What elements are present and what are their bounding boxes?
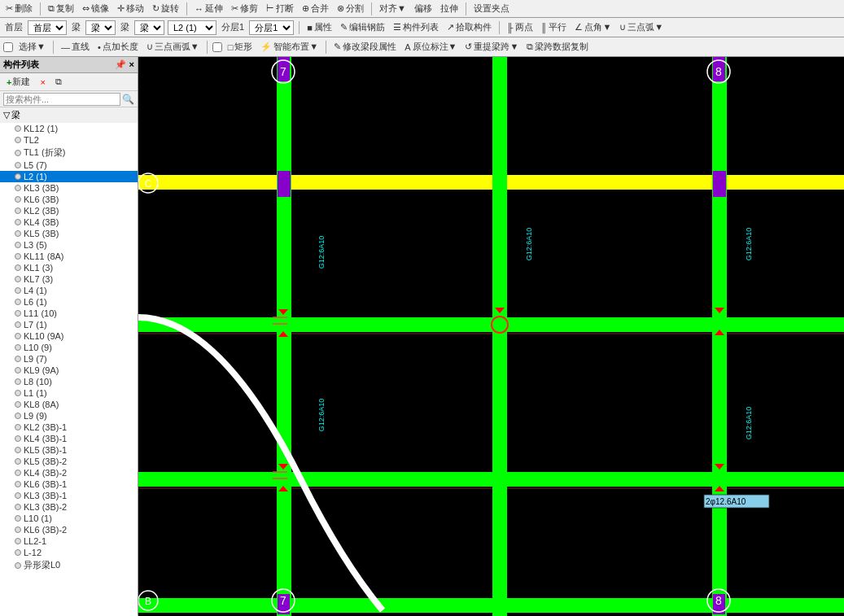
tree-item[interactable]: L3 (5) bbox=[0, 239, 138, 251]
copy-btn[interactable]: ⧉ 复制 bbox=[46, 2, 77, 15]
tree-item[interactable]: KL4 (3B)-2 bbox=[0, 467, 138, 478]
tree-root-beam[interactable]: ▽ 梁 bbox=[0, 107, 138, 123]
main-canvas: 7 8 7 8 C B G12:6A10 G12:6A10 G12:6A10 G… bbox=[138, 57, 844, 616]
sidebar-title: 构件列表 📌 × bbox=[0, 57, 138, 73]
tree-item[interactable]: LL2-1 bbox=[0, 535, 138, 547]
tree-item[interactable]: TL1 (折梁) bbox=[0, 146, 138, 159]
smart-place-btn[interactable]: ⚡ 智能布置▼ bbox=[258, 40, 321, 54]
copy-button[interactable]: ⧉ bbox=[52, 76, 65, 88]
break-btn[interactable]: ⊢ 打断 bbox=[264, 2, 296, 15]
tree-item[interactable]: KL6 (3B) bbox=[0, 194, 138, 205]
tree-item[interactable]: KL4 (3B)-1 bbox=[0, 433, 138, 444]
point-length-btn[interactable]: • 点加长度 bbox=[95, 40, 141, 54]
tree-item[interactable]: KL3 (3B) bbox=[0, 182, 138, 194]
offset-btn[interactable]: 偏移 bbox=[412, 2, 435, 15]
parallel-btn[interactable]: ║ 平行 bbox=[539, 20, 570, 34]
search-icon[interactable]: 🔍 bbox=[122, 94, 134, 105]
rotate-btn[interactable]: ↻ 旋转 bbox=[150, 2, 181, 15]
modify-span-btn[interactable]: ✎ 修改梁段属性 bbox=[331, 40, 399, 54]
tree-item[interactable]: KL7 (3) bbox=[0, 273, 138, 285]
select-checkbox[interactable] bbox=[3, 42, 13, 52]
tree-item[interactable]: KL3 (3B)-1 bbox=[0, 490, 138, 501]
tree-item[interactable]: L6 (1) bbox=[0, 296, 138, 308]
delete-button[interactable]: × bbox=[37, 76, 48, 88]
split-btn[interactable]: ⊗ 分割 bbox=[335, 2, 366, 15]
main-layout: 构件列表 📌 × + 新建 × ⧉ 🔍 ▽ 梁 bbox=[0, 57, 844, 616]
tree-item[interactable]: KL11 (8A) bbox=[0, 251, 138, 262]
tree-item[interactable]: KL1 (3) bbox=[0, 262, 138, 273]
tree-item[interactable]: KL4 (3B) bbox=[0, 216, 138, 228]
tree-item[interactable]: KL10 (9A) bbox=[0, 330, 138, 342]
tree-item[interactable]: KL2 (3B)-1 bbox=[0, 422, 138, 433]
tree-item[interactable]: KL12 (1) bbox=[0, 123, 138, 134]
delete-btn[interactable]: ✂ 删除 bbox=[3, 2, 35, 15]
point-angle-btn[interactable]: ∠ 点角▼ bbox=[572, 20, 614, 34]
tree-item[interactable]: KL6 (3B)-1 bbox=[0, 478, 138, 490]
re-span-btn[interactable]: ↺ 重提梁跨▼ bbox=[462, 40, 521, 54]
trim-btn[interactable]: ✂ 修剪 bbox=[229, 2, 260, 15]
span-copy-btn[interactable]: ⧉ 梁跨数据复制 bbox=[524, 40, 591, 54]
pin-icon[interactable]: 📌 bbox=[115, 59, 126, 70]
tree-item[interactable]: L7 (1) bbox=[0, 319, 138, 330]
component-list-btn[interactable]: ☰ 构件列表 bbox=[391, 20, 441, 34]
three-point-arc2-btn[interactable]: ∪ 三点弧▼ bbox=[617, 20, 666, 34]
tree-item[interactable]: KL5 (3B) bbox=[0, 228, 138, 239]
tree-item[interactable]: L1 (1) bbox=[0, 387, 138, 399]
tree-item[interactable]: L2 (1) bbox=[0, 171, 138, 182]
top-toolbar: ✂ 删除 ⧉ 复制 ⇔ 镜像 ✛ 移动 ↻ 旋转 ↔ 延伸 ✂ 修剪 ⊢ 打断 … bbox=[0, 0, 844, 18]
sep9 bbox=[326, 41, 326, 54]
type-label1: 梁 bbox=[70, 21, 82, 33]
search-input[interactable] bbox=[3, 93, 120, 106]
tree-item[interactable]: L11 (10) bbox=[0, 308, 138, 319]
tree-item[interactable]: L9 (9) bbox=[0, 410, 138, 422]
tree-item[interactable]: L8 (10) bbox=[0, 376, 138, 387]
tree-container[interactable]: ▽ 梁 KL12 (1)TL2TL1 (折梁)L5 (7)L2 (1)KL3 (… bbox=[0, 107, 138, 616]
pick-component-btn[interactable]: ↗ 拾取构件 bbox=[444, 20, 494, 34]
svg-text:G12:6A10: G12:6A10 bbox=[317, 399, 326, 432]
tree-item[interactable]: 异形梁L0 bbox=[0, 558, 138, 572]
tree-item[interactable]: L4 (1) bbox=[0, 285, 138, 296]
tree-item[interactable]: KL5 (3B)-1 bbox=[0, 444, 138, 456]
orig-annot-btn[interactable]: A 原位标注▼ bbox=[402, 40, 459, 54]
tree-dot-icon bbox=[15, 137, 21, 143]
tree-item[interactable]: KL9 (9A) bbox=[0, 365, 138, 376]
type-select[interactable]: 梁 bbox=[85, 20, 116, 35]
tree-item[interactable]: L10 (9) bbox=[0, 342, 138, 353]
tree-item[interactable]: KL3 (3B)-2 bbox=[0, 501, 138, 513]
tree-dot-icon bbox=[15, 378, 21, 385]
stretch-btn[interactable]: 拉伸 bbox=[438, 2, 461, 15]
tree-item[interactable]: KL8 (8A) bbox=[0, 399, 138, 410]
layer-select[interactable]: 分层1 bbox=[249, 20, 294, 35]
floor-select[interactable]: 首层 bbox=[28, 20, 67, 35]
mirror-btn[interactable]: ⇔ 镜像 bbox=[80, 2, 112, 15]
tree-item[interactable]: KL5 (3B)-2 bbox=[0, 456, 138, 467]
line-btn[interactable]: — 直线 bbox=[59, 40, 92, 54]
align-btn[interactable]: 对齐▼ bbox=[377, 2, 409, 15]
name-select[interactable]: 梁 bbox=[134, 20, 164, 35]
rect-btn[interactable]: □ 矩形 bbox=[225, 40, 256, 54]
canvas-area[interactable]: 7 8 7 8 C B G12:6A10 G12:6A10 G12:6A10 G… bbox=[138, 57, 844, 616]
new-button[interactable]: + 新建 bbox=[3, 75, 33, 89]
select-btn[interactable]: 选择▼ bbox=[16, 40, 48, 54]
two-point-btn[interactable]: ╟ 两点 bbox=[505, 20, 536, 34]
merge-btn[interactable]: ⊕ 合并 bbox=[300, 2, 331, 15]
id-select[interactable]: L2 (1) bbox=[168, 20, 216, 35]
svg-text:7: 7 bbox=[280, 65, 286, 78]
tree-dot-icon bbox=[15, 367, 21, 374]
tree-item[interactable]: KL6 (3B)-2 bbox=[0, 524, 138, 535]
edit-rebar-btn[interactable]: ✎ 编辑钢筋 bbox=[338, 20, 387, 34]
tree-item[interactable]: TL2 bbox=[0, 134, 138, 146]
move-btn[interactable]: ✛ 移动 bbox=[115, 2, 146, 15]
three-point-arc-btn[interactable]: ∪ 三点画弧▼ bbox=[144, 40, 202, 54]
rect-checkbox[interactable] bbox=[212, 42, 222, 52]
extend-btn[interactable]: ↔ 延伸 bbox=[192, 2, 225, 15]
tree-item[interactable]: L-12 bbox=[0, 547, 138, 558]
tree-item[interactable]: L9 (7) bbox=[0, 353, 138, 365]
setpoint-btn[interactable]: 设置夹点 bbox=[471, 2, 512, 15]
tree-item[interactable]: KL2 (3B) bbox=[0, 205, 138, 216]
tree-item[interactable]: L10 (1) bbox=[0, 513, 138, 524]
property-btn[interactable]: ■ 属性 bbox=[304, 20, 335, 34]
plus-icon: + bbox=[7, 77, 11, 87]
tree-item[interactable]: L5 (7) bbox=[0, 159, 138, 171]
close-icon[interactable]: × bbox=[129, 59, 134, 70]
